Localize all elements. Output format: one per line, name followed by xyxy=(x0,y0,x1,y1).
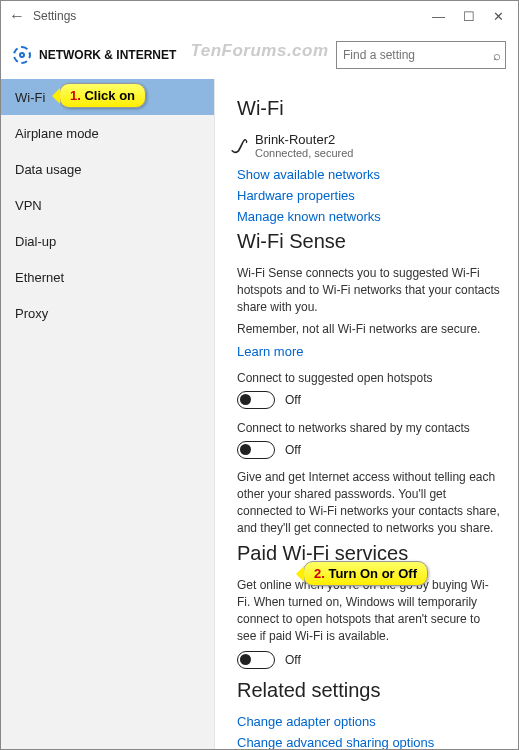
related-heading: Related settings xyxy=(237,679,500,702)
search-icon: ⌕ xyxy=(493,48,501,63)
content: Wi-Fi ⟆ Brink-Router2 Connected, secured… xyxy=(215,79,518,750)
toggle2-label: Connect to networks shared by my contact… xyxy=(237,421,500,435)
callout-1-text: Click on xyxy=(81,88,135,103)
maximize-button[interactable]: ☐ xyxy=(463,10,475,23)
suggested-hotspots-toggle[interactable] xyxy=(237,391,275,409)
share-description: Give and get Internet access without tel… xyxy=(237,469,500,536)
toggle1-label: Connect to suggested open hotspots xyxy=(237,371,500,385)
main: Wi-Fi Airplane mode Data usage VPN Dial-… xyxy=(1,79,518,750)
minimize-button[interactable]: — xyxy=(432,10,445,23)
wifi-icon: ⟆ xyxy=(230,134,253,157)
search-field[interactable] xyxy=(343,48,493,62)
sidebar-item-label: Dial-up xyxy=(15,234,56,249)
wifi-network-row[interactable]: ⟆ Brink-Router2 Connected, secured xyxy=(237,132,500,159)
back-button[interactable]: ← xyxy=(9,7,33,25)
sidebar-item-label: VPN xyxy=(15,198,42,213)
sidebar-item-label: Airplane mode xyxy=(15,126,99,141)
callout-2-text: Turn On or Off xyxy=(325,566,417,581)
sidebar-item-proxy[interactable]: Proxy xyxy=(1,295,214,331)
window-buttons: — ☐ ✕ xyxy=(432,10,504,23)
titlebar: ← Settings — ☐ ✕ xyxy=(1,1,518,31)
toggle1-state: Off xyxy=(285,393,301,407)
sidebar-item-label: Ethernet xyxy=(15,270,64,285)
callout-1-num: 1. xyxy=(70,88,81,103)
search-input[interactable]: ⌕ xyxy=(336,41,506,69)
sidebar-item-ethernet[interactable]: Ethernet xyxy=(1,259,214,295)
window-title: Settings xyxy=(33,9,432,23)
sidebar-item-label: Data usage xyxy=(15,162,82,177)
sidebar-item-airplane[interactable]: Airplane mode xyxy=(1,115,214,151)
callout-2-num: 2. xyxy=(314,566,325,581)
sidebar-item-dialup[interactable]: Dial-up xyxy=(1,223,214,259)
show-networks-link[interactable]: Show available networks xyxy=(237,167,500,182)
contacts-networks-toggle[interactable] xyxy=(237,441,275,459)
wifi-heading: Wi-Fi xyxy=(237,97,500,120)
sense-reminder: Remember, not all Wi-Fi networks are sec… xyxy=(237,321,500,338)
hardware-properties-link[interactable]: Hardware properties xyxy=(237,188,500,203)
wifi-network-status: Connected, secured xyxy=(255,147,353,159)
toggle2-state: Off xyxy=(285,443,301,457)
wifi-network-name: Brink-Router2 xyxy=(255,132,353,147)
sidebar-item-vpn[interactable]: VPN xyxy=(1,187,214,223)
sidebar-item-label: Wi-Fi xyxy=(15,90,45,105)
callout-1: 1. Click on xyxy=(59,83,146,108)
wifi-sense-heading: Wi-Fi Sense xyxy=(237,230,500,253)
sense-description: Wi-Fi Sense connects you to suggested Wi… xyxy=(237,265,500,315)
paid-toggle-state: Off xyxy=(285,653,301,667)
gear-icon xyxy=(13,46,31,64)
close-button[interactable]: ✕ xyxy=(493,10,504,23)
sidebar-item-data-usage[interactable]: Data usage xyxy=(1,151,214,187)
paid-wifi-toggle[interactable] xyxy=(237,651,275,669)
learn-more-link[interactable]: Learn more xyxy=(237,344,500,359)
breadcrumb: NETWORK & INTERNET xyxy=(39,48,328,62)
manage-networks-link[interactable]: Manage known networks xyxy=(237,209,500,224)
paid-description: Get online when you're on the go by buyi… xyxy=(237,577,500,644)
sidebar-item-label: Proxy xyxy=(15,306,48,321)
callout-2: 2. Turn On or Off xyxy=(303,561,428,586)
header: NETWORK & INTERNET ⌕ xyxy=(1,31,518,79)
sharing-options-link[interactable]: Change advanced sharing options xyxy=(237,735,500,750)
sidebar: Wi-Fi Airplane mode Data usage VPN Dial-… xyxy=(1,79,215,750)
adapter-options-link[interactable]: Change adapter options xyxy=(237,714,500,729)
